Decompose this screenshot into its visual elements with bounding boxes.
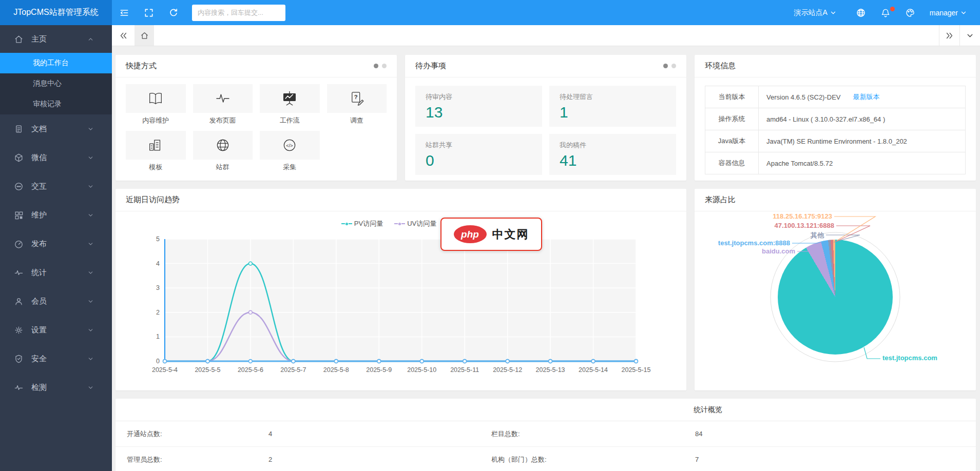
- legend-item[interactable]: PV访问量: [341, 219, 383, 228]
- shortcut-label: 发布页面: [193, 116, 253, 125]
- tabs-menu-button[interactable]: [959, 25, 980, 46]
- env-label: Java版本: [705, 130, 759, 152]
- sidebar-item-label: 会员: [31, 297, 47, 306]
- tab-home[interactable]: [134, 25, 154, 46]
- sidebar-item-maintain[interactable]: 维护: [0, 201, 112, 229]
- shortcut-tile[interactable]: [126, 131, 186, 160]
- doc-icon: [14, 124, 24, 134]
- chevdown-icon: [87, 269, 94, 276]
- env-value-text: Version 4.6.5 (SC2)-DEV: [766, 93, 841, 101]
- workflow-icon: [281, 90, 298, 107]
- pie-label: 47.100.13.121:6888: [775, 222, 834, 229]
- topbar: JTopCMS站群管理系统 演示站点A: [0, 0, 980, 25]
- shortcut-label: 工作流: [260, 116, 320, 125]
- sidebar-item-stats[interactable]: 统计: [0, 258, 112, 287]
- member-icon: [14, 297, 24, 306]
- sidebar-item-member[interactable]: 会员: [0, 287, 112, 316]
- shortcut-tile[interactable]: [260, 84, 320, 113]
- book-icon: [147, 90, 164, 107]
- chevdown-icon: [87, 126, 94, 132]
- chevdown-icon: [87, 298, 94, 305]
- env-label: 操作系统: [705, 108, 759, 130]
- language-button[interactable]: [849, 0, 873, 25]
- shortcut-item[interactable]: 工作流: [260, 84, 320, 125]
- shortcuts-panel-header: 快捷方式: [116, 55, 397, 77]
- svg-text:2025-5-7: 2025-5-7: [280, 366, 306, 374]
- chevdown-icon: [87, 241, 94, 247]
- site-selector[interactable]: 演示站点A: [781, 8, 848, 17]
- palette-icon: [905, 8, 915, 18]
- sidebar-item-wechat[interactable]: 微信: [0, 143, 112, 172]
- stat-value: 4: [268, 430, 491, 438]
- shortcut-tile[interactable]: ?: [327, 84, 387, 113]
- todo-tile[interactable]: 待审内容13: [415, 86, 542, 127]
- home-icon: [14, 34, 24, 44]
- carousel-dot-active[interactable]: [663, 64, 668, 68]
- env-row: 操作系统amd64 - Linux ( 3.10.0-327.el7.x86_6…: [705, 108, 965, 130]
- collect-icon: </>: [281, 136, 298, 154]
- shortcut-label: 采集: [260, 163, 320, 172]
- todos-title: 待办事项: [415, 61, 446, 71]
- svg-text:2025-5-5: 2025-5-5: [195, 366, 220, 374]
- theme-button[interactable]: [898, 0, 923, 25]
- refresh-button[interactable]: [161, 0, 186, 25]
- stat-label: 开通站点数:: [127, 429, 268, 439]
- legend-marker: [394, 223, 405, 225]
- shortcut-tile[interactable]: [193, 84, 253, 113]
- sidebar-item-home[interactable]: 主页: [0, 25, 112, 53]
- user-menu[interactable]: manager: [923, 9, 980, 17]
- svg-text:3: 3: [156, 284, 160, 291]
- shortcut-tile[interactable]: </>: [260, 131, 320, 160]
- source-title: 来源占比: [705, 195, 736, 205]
- shortcut-item[interactable]: 模板: [126, 131, 186, 172]
- carousel-dot[interactable]: [382, 64, 387, 68]
- shortcut-tile[interactable]: [193, 131, 253, 160]
- publish-icon: [14, 239, 24, 249]
- carousel-dot[interactable]: [671, 64, 676, 68]
- sidebar-item-publish[interactable]: 发布: [0, 229, 112, 258]
- shortcut-item[interactable]: 站群: [193, 131, 253, 172]
- legend-item[interactable]: UV访问量: [394, 219, 436, 228]
- chevron-down-icon: [830, 10, 836, 16]
- carousel-dot-active[interactable]: [374, 64, 378, 68]
- todo-count: 13: [426, 104, 532, 121]
- todo-tile[interactable]: 站群共享0: [415, 134, 542, 175]
- sidebar-item-doc[interactable]: 文档: [0, 114, 112, 143]
- env-value: amd64 - Linux ( 3.10.0-327.el7.x86_64 ): [759, 108, 965, 130]
- sidebar-item-security[interactable]: 安全: [0, 344, 112, 373]
- todo-count: 41: [560, 152, 666, 169]
- todo-tile[interactable]: 待处理留言1: [549, 86, 676, 127]
- env-value-text: Apache Tomcat/8.5.72: [766, 160, 833, 167]
- latest-version-link[interactable]: 最新版本: [853, 92, 880, 102]
- chevdown-icon: [87, 356, 94, 362]
- tabbar-right: [939, 25, 980, 46]
- wechat-icon: [14, 153, 24, 163]
- sidebar-subitem[interactable]: 我的工作台: [0, 53, 112, 73]
- todo-tile[interactable]: 我的稿件41: [549, 134, 676, 175]
- fullscreen-button[interactable]: [137, 0, 161, 25]
- shortcut-item[interactable]: 内容维护: [126, 84, 186, 125]
- tabs-scroll-right-button[interactable]: [939, 25, 959, 46]
- sidebar-item-label: 发布: [31, 239, 47, 249]
- env-label: 容器信息: [705, 152, 759, 174]
- notifications-button[interactable]: [873, 0, 898, 25]
- sidebar-item-label: 统计: [31, 268, 47, 278]
- shortcut-item[interactable]: </>采集: [260, 131, 320, 172]
- sidebar-subitem[interactable]: 审核记录: [0, 94, 112, 114]
- svg-text:2025-5-15: 2025-5-15: [622, 366, 651, 374]
- svg-text:1: 1: [156, 333, 160, 340]
- collapse-menu-button[interactable]: [112, 0, 137, 25]
- svg-text:2025-5-9: 2025-5-9: [366, 366, 392, 374]
- shortcut-item[interactable]: ?调查: [327, 84, 387, 125]
- sidebar-item-label: 设置: [31, 325, 47, 335]
- shortcut-item[interactable]: 发布页面: [193, 84, 253, 125]
- sidebar-item-settings[interactable]: 设置: [0, 316, 112, 344]
- tabs-scroll-left-button[interactable]: [112, 25, 134, 46]
- svg-text:2025-5-11: 2025-5-11: [450, 366, 479, 374]
- shortcut-tile[interactable]: [126, 84, 186, 113]
- sidebar-item-interact[interactable]: 交互: [0, 172, 112, 201]
- sidebar-item-detect[interactable]: 检测: [0, 373, 112, 402]
- svg-text:2025-5-8: 2025-5-8: [323, 366, 349, 374]
- sidebar-subitem[interactable]: 消息中心: [0, 73, 112, 94]
- search-input[interactable]: [192, 5, 285, 21]
